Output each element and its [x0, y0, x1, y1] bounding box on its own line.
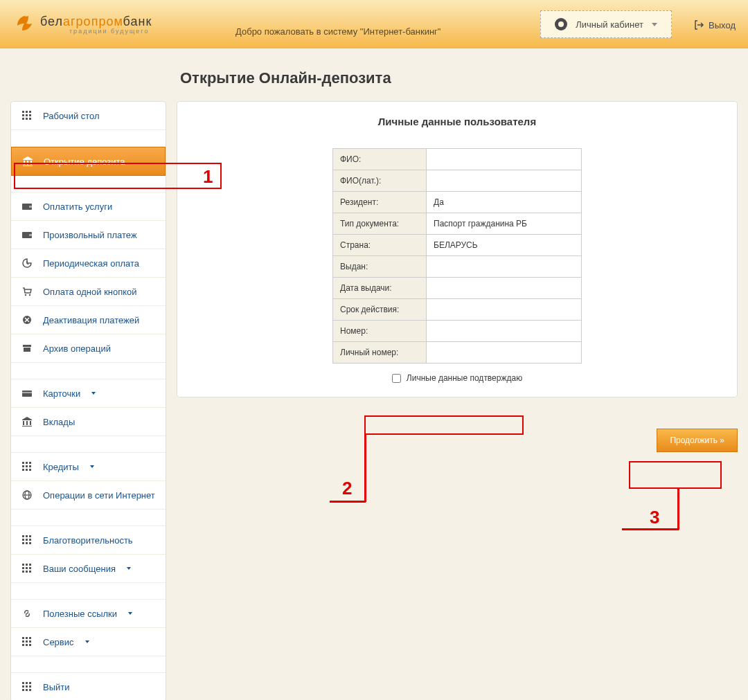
sidebar-item-label: Полезные ссылки — [43, 609, 117, 619]
logout-button[interactable]: Выход — [693, 19, 736, 30]
sidebar-item-label: Деактивация платежей — [43, 315, 139, 325]
confirm-row: Личные данные подтверждаю — [191, 373, 723, 383]
globe-icon — [21, 490, 33, 501]
field-value: Да — [427, 192, 582, 213]
field-value — [427, 299, 582, 321]
sidebar-item[interactable]: Ваши сообщения — [11, 555, 166, 583]
sidebar-item[interactable]: Рабочий стол — [11, 102, 166, 130]
table-row: ФИО(лат.): — [333, 170, 582, 192]
chevron-down-icon — [91, 392, 96, 395]
field-label: Срок действия: — [333, 299, 427, 321]
field-label: Тип документа: — [333, 213, 427, 235]
field-label: ФИО(лат.): — [333, 170, 427, 192]
chevron-down-icon — [127, 567, 131, 570]
sidebar-item[interactable]: Оплата одной кнопкой — [11, 278, 166, 306]
annotation-3-line2 — [622, 528, 679, 530]
sidebar-item[interactable]: Полезные ссылки — [11, 600, 166, 628]
main-content: Личные данные пользователя ФИО:ФИО(лат.)… — [177, 101, 738, 700]
field-label: Дата выдачи: — [333, 278, 427, 299]
table-row: Выдан: — [333, 256, 582, 278]
sidebar-item[interactable]: Выйти — [11, 673, 166, 700]
cabinet-dropdown[interactable]: Личный кабинет — [540, 10, 672, 38]
sidebar-item-label: Выйти — [43, 682, 70, 692]
grid-icon — [21, 681, 33, 692]
annotation-2-line2 — [330, 501, 366, 503]
field-label: ФИО: — [333, 149, 427, 170]
sidebar-item[interactable]: Периодическая оплата — [11, 249, 166, 278]
sidebar-item[interactable]: Благотворительность — [11, 526, 166, 555]
exit-icon — [693, 19, 704, 30]
field-value — [427, 342, 582, 364]
sidebar-item[interactable]: Деактивация платежей — [11, 306, 166, 334]
confirm-label: Личные данные подтверждаю — [407, 373, 522, 383]
table-row: Тип документа:Паспорт гражданина РБ — [333, 213, 582, 235]
sidebar-item-label: Кредиты — [43, 462, 79, 472]
sidebar-item-label: Операции в сети Интернет — [43, 490, 155, 501]
logo-tagline: традиции будущего — [69, 28, 152, 35]
field-label: Личный номер: — [333, 342, 427, 364]
bank-icon — [21, 156, 34, 167]
history-icon — [21, 258, 33, 269]
field-value — [427, 321, 582, 342]
sidebar-item-label: Периодическая оплата — [43, 258, 139, 269]
sidebar-item[interactable]: Архив операций — [11, 334, 166, 363]
sidebar-item[interactable]: Произвольный платеж — [11, 221, 166, 249]
logo: белагропромбанк традиции будущего — [14, 14, 152, 35]
cancel-icon — [21, 314, 33, 325]
chevron-down-icon — [128, 612, 132, 615]
sidebar-item[interactable]: Открытие депозита — [11, 147, 166, 176]
grid-icon — [21, 563, 33, 574]
sidebar-item-label: Сервис — [43, 637, 74, 647]
table-row: Срок действия: — [333, 299, 582, 321]
table-row: Личный номер: — [333, 342, 582, 364]
table-row: Резидент:Да — [333, 192, 582, 213]
sidebar-item[interactable]: Вклады — [11, 408, 166, 436]
avatar-icon — [555, 18, 567, 30]
chevron-down-icon — [652, 23, 657, 26]
sidebar-item[interactable]: Сервис — [11, 628, 166, 656]
sidebar: Рабочий столОткрытие депозитаОплатить ус… — [10, 101, 166, 700]
sidebar-item-label: Ваши сообщения — [43, 564, 116, 574]
confirm-checkbox[interactable] — [392, 374, 401, 383]
field-label: Страна: — [333, 235, 427, 256]
field-value: БЕЛАРУСЬ — [427, 235, 582, 256]
page-title: Открытие Онлайн-депозита — [180, 69, 748, 87]
table-row: Страна:БЕЛАРУСЬ — [333, 235, 582, 256]
continue-button[interactable]: Продолжить » — [657, 429, 738, 452]
sidebar-item-label: Оплатить услуги — [43, 201, 112, 212]
field-value — [427, 278, 582, 299]
sidebar-item-label: Архив операций — [43, 343, 111, 354]
wallet-icon — [21, 229, 33, 240]
field-value: Паспорт гражданина РБ — [427, 213, 582, 235]
grid-icon — [21, 461, 33, 472]
grid-icon — [21, 110, 33, 121]
wallet-icon — [21, 201, 33, 212]
sidebar-item[interactable]: Кредиты — [11, 453, 166, 481]
logo-text: белагропромбанк — [40, 15, 152, 29]
link-icon — [21, 608, 33, 619]
sidebar-item[interactable]: Оплатить услуги — [11, 192, 166, 221]
sidebar-item[interactable]: Операции в сети Интернет — [11, 481, 166, 510]
chevron-down-icon — [85, 640, 89, 643]
field-label: Номер: — [333, 321, 427, 342]
panel-title: Личные данные пользователя — [191, 116, 723, 127]
logo-icon — [14, 14, 35, 35]
sidebar-item[interactable]: Карточки — [11, 379, 166, 408]
field-label: Выдан: — [333, 256, 427, 278]
sidebar-item-label: Вклады — [43, 417, 75, 427]
sidebar-item-label: Оплата одной кнопкой — [43, 287, 137, 297]
table-row: Дата выдачи: — [333, 278, 582, 299]
cabinet-label: Личный кабинет — [576, 19, 643, 30]
sidebar-item-label: Карточки — [43, 388, 80, 399]
user-data-panel: Личные данные пользователя ФИО:ФИО(лат.)… — [177, 101, 738, 397]
field-value — [427, 170, 582, 192]
archive-icon — [21, 343, 33, 354]
annotation-3-number: 3 — [650, 507, 659, 528]
annotation-3-line — [677, 488, 679, 530]
sidebar-item-label: Открытие депозита — [44, 156, 125, 167]
welcome-text: Добро пожаловать в систему "Интернет-бан… — [235, 26, 440, 37]
annotation-2-line — [364, 434, 366, 502]
sidebar-item-label: Рабочий стол — [43, 111, 100, 121]
annotation-1-number: 1 — [203, 166, 213, 188]
bank-icon — [21, 416, 33, 427]
